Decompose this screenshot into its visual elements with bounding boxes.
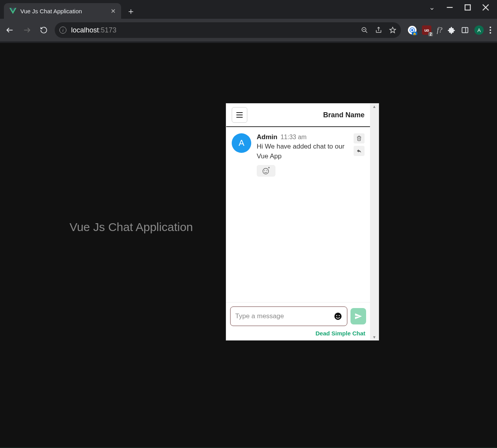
svg-point-30: [339, 315, 340, 316]
extension-icons: 🔒 uo2 f? A: [408, 25, 492, 35]
extension-blue-icon[interactable]: 🔒: [408, 26, 417, 34]
svg-point-22: [265, 170, 265, 171]
lock-badge-icon: 🔒: [412, 32, 417, 35]
chat-messages: A Admin 11:33 am Hi We have added chat t…: [226, 127, 370, 302]
browser-chrome: Vue Js Chat Application ✕ ＋ ⌄ i localhos…: [0, 0, 497, 43]
chat-brand: Brand Name: [323, 111, 365, 119]
chat-input-box[interactable]: [230, 306, 347, 326]
chat-menu-button[interactable]: [232, 107, 247, 123]
add-reaction-button[interactable]: [257, 165, 275, 177]
svg-marker-10: [390, 27, 395, 33]
message-avatar: A: [232, 133, 251, 153]
minimize-button[interactable]: [446, 4, 453, 11]
message-author: Admin: [257, 133, 277, 141]
share-icon[interactable]: [375, 27, 382, 34]
extensions-icon[interactable]: [448, 26, 456, 34]
message-time: 11:33 am: [281, 134, 307, 141]
emoji-plus-icon: [262, 167, 270, 175]
hamburger-icon: [236, 112, 243, 118]
tab-title: Vue Js Chat Application: [20, 8, 82, 14]
svg-line-8: [365, 31, 367, 33]
side-panel-icon[interactable]: [461, 26, 469, 34]
profile-avatar[interactable]: A: [474, 25, 484, 35]
titlebar: Vue Js Chat Application ✕ ＋ ⌄: [0, 0, 497, 19]
page-viewport: Vue Js Chat Application Brand Name A Adm…: [0, 43, 497, 448]
site-info-icon[interactable]: i: [59, 27, 66, 34]
message-text: Hi We have added chat to our Vue App: [257, 142, 346, 161]
page-title: Vue Js Chat Application: [70, 220, 193, 234]
chat-widget: Brand Name A Admin 11:33 am Hi We have a…: [226, 103, 379, 340]
whatfont-icon[interactable]: f?: [437, 26, 442, 34]
browser-tab[interactable]: Vue Js Chat Application ✕: [4, 3, 121, 19]
svg-point-15: [490, 27, 491, 28]
scroll-down-icon[interactable]: ▼: [370, 335, 379, 339]
maximize-button[interactable]: [464, 4, 471, 11]
address-bar[interactable]: i localhost:5173: [55, 22, 401, 38]
zoom-icon[interactable]: [361, 27, 368, 34]
reply-message-button[interactable]: [354, 146, 365, 156]
chrome-menu-icon[interactable]: [489, 26, 492, 34]
url-port: :5173: [99, 26, 116, 34]
svg-point-12: [411, 29, 413, 31]
window-controls: ⌄: [428, 0, 497, 11]
chat-footer-link[interactable]: Dead Simple Chat: [315, 330, 365, 337]
svg-point-16: [490, 29, 491, 31]
url-text: localhost:5173: [71, 26, 116, 34]
scroll-up-icon[interactable]: ▲: [370, 104, 379, 109]
svg-rect-1: [465, 5, 470, 10]
tab-search-icon[interactable]: ⌄: [428, 4, 435, 11]
nav-buttons: [5, 26, 48, 34]
chat-footer: Dead Simple Chat: [226, 328, 370, 340]
close-window-button[interactable]: [482, 4, 489, 11]
svg-point-28: [334, 313, 341, 320]
emoji-icon: [334, 312, 342, 321]
message-actions: [354, 133, 365, 177]
reload-button[interactable]: [40, 26, 48, 34]
send-button[interactable]: [350, 308, 366, 324]
svg-rect-13: [462, 27, 468, 32]
svg-point-21: [263, 168, 269, 174]
chat-input-row: [226, 302, 370, 328]
chat-message: A Admin 11:33 am Hi We have added chat t…: [232, 133, 365, 177]
url-host: localhost: [71, 26, 99, 34]
reply-icon: [356, 148, 362, 154]
chat-scrollbar[interactable]: ▲ ▼: [370, 104, 379, 340]
new-tab-button[interactable]: ＋: [127, 5, 135, 17]
svg-point-29: [336, 315, 338, 316]
ublock-badge: 2: [428, 32, 433, 36]
svg-point-23: [266, 170, 267, 171]
back-button[interactable]: [5, 26, 14, 34]
toolbar: i localhost:5173 🔒 uo2 f? A: [0, 19, 497, 41]
svg-point-17: [490, 32, 491, 34]
chat-header: Brand Name: [226, 104, 370, 127]
trash-icon: [356, 136, 362, 141]
forward-button: [23, 26, 31, 34]
send-icon: [354, 312, 362, 320]
close-tab-icon[interactable]: ✕: [111, 7, 116, 15]
vue-logo-icon: [9, 7, 16, 14]
message-input[interactable]: [235, 312, 331, 320]
emoji-picker-button[interactable]: [334, 312, 342, 321]
delete-message-button[interactable]: [354, 133, 365, 143]
bookmark-icon[interactable]: [389, 27, 396, 34]
ublock-icon[interactable]: uo2: [422, 25, 431, 35]
